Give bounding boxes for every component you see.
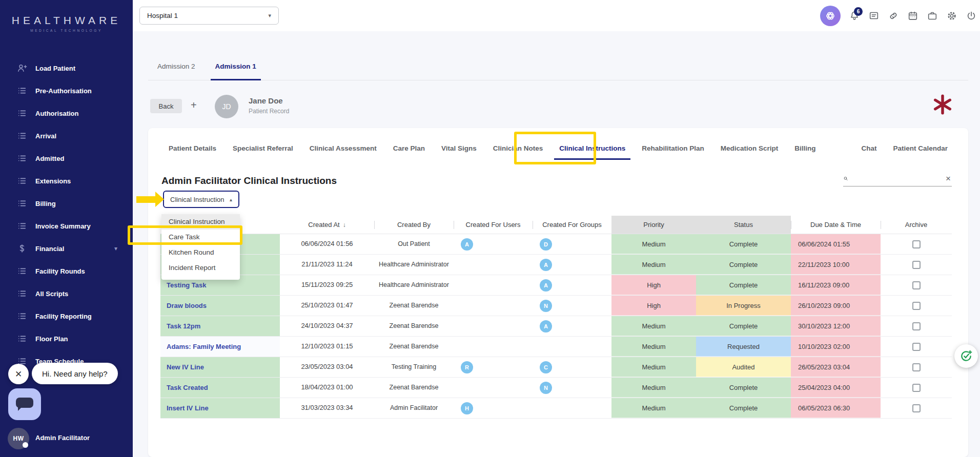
created-at-cell: 21/11/2023 11:24	[280, 255, 374, 275]
record-tab[interactable]: Care Plan	[385, 137, 433, 160]
briefcase-icon[interactable]	[927, 10, 938, 22]
record-tabs-left: Patient Details Specialist Referral Clin…	[160, 137, 824, 160]
admission-tab[interactable]: Admission 2	[153, 60, 200, 80]
archive-checkbox[interactable]	[912, 404, 921, 412]
table-row: 21/11/2023 11:24 Healthcare Administrato…	[160, 255, 952, 275]
archive-checkbox[interactable]	[912, 384, 921, 392]
sidebar-item[interactable]: Extensions ▾	[0, 170, 133, 192]
archive-checkbox[interactable]	[912, 363, 921, 371]
record-tab[interactable]: Rehabilitation Plan	[634, 137, 712, 160]
messages-icon[interactable]	[868, 10, 880, 22]
sidebar-item-label: Admitted	[35, 155, 64, 162]
col-created-for-groups[interactable]: Created For Groups	[533, 216, 611, 234]
record-tab[interactable]: Vital Signs	[433, 137, 485, 160]
task-name-link[interactable]: Insert IV Line	[160, 398, 280, 418]
due-date-cell: 22/11/2023 10:00	[791, 255, 881, 275]
col-archive[interactable]: Archive	[881, 216, 952, 234]
search-input[interactable]	[851, 175, 942, 182]
created-by-cell: Zeenat Barendse	[374, 316, 454, 336]
col-priority[interactable]: Priority	[611, 216, 696, 234]
task-name-link[interactable]: Draw bloods	[160, 296, 280, 316]
archive-checkbox[interactable]	[912, 322, 921, 330]
notifications-bell-icon[interactable]: 6	[849, 10, 860, 22]
sidebar-item[interactable]: All Scripts ▾	[0, 282, 133, 305]
task-name-link[interactable]: Adams: Family Meeting	[160, 337, 280, 357]
record-tab[interactable]: Clinical Assessment	[301, 137, 385, 160]
record-tab[interactable]: Clinical Instructions	[551, 137, 634, 160]
sidebar-item[interactable]: Admitted ▾	[0, 147, 133, 170]
ai-assistant-button[interactable]	[820, 6, 841, 26]
facility-select[interactable]: Hospital 1 ▾	[139, 7, 279, 25]
sidebar-item[interactable]: Authorisation ▾	[0, 102, 133, 124]
col-due-date[interactable]: Due Date & Time	[791, 216, 881, 234]
sidebar-item-icon	[17, 63, 27, 73]
archive-checkbox[interactable]	[912, 302, 921, 310]
instruction-type-select[interactable]: Clinical Instruction ▴	[163, 191, 239, 208]
instructions-table: Created At↓ Created By Created For Users…	[160, 216, 952, 419]
sidebar-item[interactable]: Arrival ▾	[0, 124, 133, 147]
group-avatar: D	[540, 238, 552, 251]
user-avatar: H	[461, 402, 473, 414]
archive-checkbox[interactable]	[912, 343, 921, 351]
sidebar-item-label: Arrival	[35, 132, 56, 140]
created-at-cell: 12/10/2023 01:15	[280, 337, 374, 357]
created-for-users-cell	[454, 316, 533, 336]
clear-search-icon[interactable]: ×	[945, 174, 952, 184]
add-tab-button[interactable]: +	[191, 99, 197, 111]
archive-cell	[881, 357, 952, 377]
archive-checkbox[interactable]	[912, 281, 921, 289]
sidebar-item[interactable]: Billing ▾	[0, 192, 133, 215]
task-name-link[interactable]: New IV Line	[160, 357, 280, 377]
chat-dismiss-button[interactable]: ✕	[8, 364, 29, 384]
menu-option[interactable]: Clinical Instruction	[161, 214, 240, 230]
back-button[interactable]: Back	[150, 99, 182, 113]
record-tab[interactable]: Patient Calendar	[885, 137, 956, 160]
sidebar-item[interactable]: Pre-Authorisation ▾	[0, 79, 133, 102]
record-tabs: Patient Details Specialist Referral Clin…	[160, 135, 956, 161]
archive-checkbox[interactable]	[912, 240, 921, 248]
sidebar-item-label: All Scripts	[35, 290, 68, 298]
task-complete-fab[interactable]	[954, 344, 978, 368]
created-for-groups-cell: N	[533, 378, 611, 398]
sidebar-item[interactable]: Facility Reporting ▾	[0, 305, 133, 327]
sidebar-user[interactable]: HW Admin Facilitator	[0, 426, 133, 457]
col-created-at[interactable]: Created At↓	[280, 216, 374, 234]
col-created-by[interactable]: Created By	[374, 216, 454, 234]
sidebar-item[interactable]: Financial ▾	[0, 237, 133, 260]
admission-tab[interactable]: Admission 1	[211, 60, 261, 80]
archive-cell	[881, 275, 952, 295]
link-icon[interactable]	[888, 10, 899, 22]
chat-launcher-button[interactable]	[8, 388, 41, 420]
priority-cell: High	[611, 296, 696, 316]
brand-logo: HEALTHWARE MEDICAL TECHNOLOGY	[0, 14, 133, 32]
sidebar-item[interactable]: Facility Rounds ▾	[0, 260, 133, 282]
col-status[interactable]: Status	[696, 216, 791, 234]
menu-option[interactable]: Care Task	[161, 230, 240, 245]
sort-desc-icon: ↓	[343, 221, 346, 228]
col-created-for-users[interactable]: Created For Users	[454, 216, 533, 234]
sidebar-item[interactable]: Load Patient ▾	[0, 57, 133, 79]
power-icon[interactable]	[966, 10, 977, 22]
record-tab[interactable]: Patient Details	[160, 137, 224, 160]
chevron-down-icon: ▾	[268, 12, 271, 19]
record-tab[interactable]: Billing	[786, 137, 824, 160]
patient-name: Jane Doe	[249, 96, 283, 105]
settings-gear-icon[interactable]	[946, 10, 957, 22]
record-tab[interactable]: Chat	[853, 137, 885, 160]
archive-cell	[881, 316, 952, 336]
sidebar-item[interactable]: Invoice Summary ▾	[0, 215, 133, 237]
archive-checkbox[interactable]	[912, 261, 921, 269]
menu-option[interactable]: Incident Report	[161, 260, 240, 276]
calendar-icon[interactable]	[907, 10, 918, 22]
created-for-users-cell: A	[454, 234, 533, 254]
chat-greeting-bubble[interactable]: Hi. Need any help?	[32, 363, 118, 384]
record-tab[interactable]: Medication Script	[712, 137, 787, 160]
due-date-cell: 10/10/2023 02:00	[791, 337, 881, 357]
sidebar-item[interactable]: Floor Plan ▾	[0, 327, 133, 350]
menu-option[interactable]: Kitchen Round	[161, 245, 240, 260]
task-name-link[interactable]: Task 12pm	[160, 316, 280, 336]
priority-cell: Medium	[611, 337, 696, 357]
record-tab[interactable]: Specialist Referral	[224, 137, 301, 160]
task-name-link[interactable]: Task Created	[160, 378, 280, 398]
record-tab[interactable]: Clinician Notes	[485, 137, 552, 160]
